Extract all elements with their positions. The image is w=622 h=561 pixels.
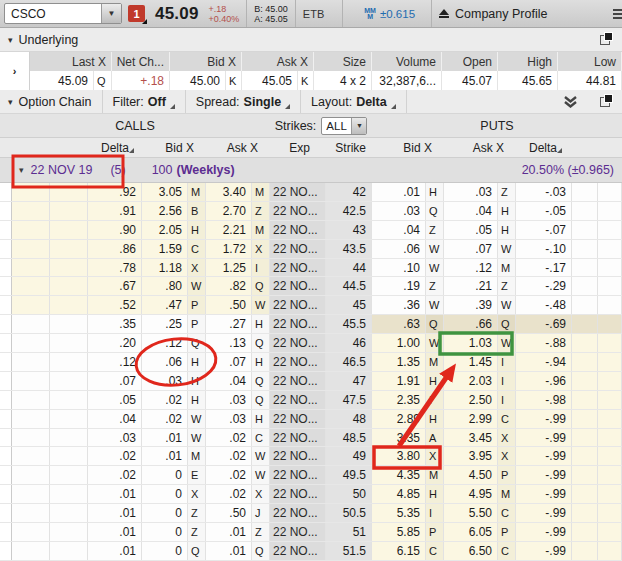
call-bid-cell[interactable]: .25	[142, 315, 188, 333]
put-ask-cell[interactable]: 6.05	[444, 523, 498, 541]
chevron-down-icon[interactable]: ▾	[19, 165, 24, 175]
detach-icon[interactable]	[600, 35, 610, 45]
call-bid-cell[interactable]: .01	[142, 447, 188, 465]
col-header-call-ask[interactable]: Ask X	[206, 138, 270, 157]
call-bid-cell[interactable]: .12	[142, 334, 188, 352]
put-delta-cell[interactable]: -.99	[516, 410, 572, 428]
call-delta-cell[interactable]: .92	[88, 183, 142, 201]
put-ask-cell[interactable]: .03	[444, 183, 498, 201]
put-bid-cell[interactable]: .10	[372, 259, 426, 277]
col-header-call-bid[interactable]: Bid X	[142, 138, 206, 157]
call-bid-cell[interactable]: 0	[142, 504, 188, 522]
call-bid-cell[interactable]: 1.18	[142, 259, 188, 277]
put-delta-cell[interactable]: -.17	[516, 259, 572, 277]
col-header-put-bid[interactable]: Bid X	[372, 138, 444, 157]
call-delta-cell[interactable]: .05	[88, 391, 142, 409]
call-bid-cell[interactable]: 0	[142, 523, 188, 541]
put-bid-cell[interactable]: .63	[372, 315, 426, 333]
call-ask-cell[interactable]: 1.72	[206, 240, 252, 258]
col-header-put-delta[interactable]: Delta	[516, 138, 572, 157]
call-ask-cell[interactable]: 1.25	[206, 259, 252, 277]
call-bid-cell[interactable]: 0	[142, 542, 188, 560]
put-bid-cell[interactable]: 2.89	[372, 410, 426, 428]
put-ask-cell[interactable]: 4.95	[444, 485, 498, 503]
put-delta-cell[interactable]: -.10	[516, 240, 572, 258]
put-ask-cell[interactable]: 6.50	[444, 542, 498, 560]
put-delta-cell[interactable]: -.99	[516, 485, 572, 503]
col-header-exp[interactable]: Exp	[270, 138, 326, 157]
put-ask-cell[interactable]: 2.50	[444, 391, 498, 409]
put-delta-cell[interactable]: -.98	[516, 391, 572, 409]
detach-icon[interactable]	[600, 97, 610, 107]
put-bid-cell[interactable]: .03	[372, 202, 426, 220]
col-header-ask[interactable]: Ask X	[242, 52, 314, 71]
put-ask-cell[interactable]: .66	[444, 315, 498, 333]
call-bid-cell[interactable]: 1.59	[142, 240, 188, 258]
put-ask-cell[interactable]: 1.45	[444, 353, 498, 371]
call-delta-cell[interactable]: .12	[88, 353, 142, 371]
call-bid-cell[interactable]: .06	[142, 353, 188, 371]
col-header-last[interactable]: Last X	[30, 52, 112, 71]
put-ask-cell[interactable]: 4.50	[444, 466, 498, 484]
call-ask-cell[interactable]: 2.21	[206, 221, 252, 239]
put-ask-cell[interactable]: 3.45	[444, 429, 498, 447]
symbol-select[interactable]: CSCO ▼	[4, 3, 122, 24]
put-delta-cell[interactable]: -.88	[516, 334, 572, 352]
put-delta-cell[interactable]: -.48	[516, 296, 572, 314]
put-delta-cell[interactable]: -.99	[516, 542, 572, 560]
put-ask-cell[interactable]: 3.95	[444, 447, 498, 465]
call-delta-cell[interactable]: .78	[88, 259, 142, 277]
put-bid-cell[interactable]: .01	[372, 183, 426, 201]
call-bid-cell[interactable]: 2.56	[142, 202, 188, 220]
call-ask-cell[interactable]: .82	[206, 277, 252, 295]
put-bid-cell[interactable]: .36	[372, 296, 426, 314]
col-header-low[interactable]: Low	[558, 52, 622, 71]
call-delta-cell[interactable]: .90	[88, 221, 142, 239]
company-profile-button[interactable]: Company Profile	[439, 7, 547, 21]
put-bid-cell[interactable]: .19	[372, 277, 426, 295]
filter-control[interactable]: Filter: Off	[102, 90, 186, 113]
put-ask-cell[interactable]: 1.03	[444, 334, 498, 352]
col-header-open[interactable]: Open	[442, 52, 498, 71]
alert-count-badge[interactable]: 1	[128, 5, 145, 22]
put-delta-cell[interactable]: -.07	[516, 221, 572, 239]
menu-icon[interactable]	[613, 9, 622, 19]
put-bid-cell[interactable]: 3.80	[372, 447, 426, 465]
strikes-select[interactable]: ALL ▼	[321, 117, 367, 135]
row-expander[interactable]: ›	[0, 52, 30, 90]
call-bid-cell[interactable]: 2.05	[142, 221, 188, 239]
col-header-high[interactable]: High	[498, 52, 558, 71]
layout-control[interactable]: Layout: Delta	[301, 90, 407, 113]
call-delta-cell[interactable]: .02	[88, 466, 142, 484]
put-delta-cell[interactable]: -.99	[516, 466, 572, 484]
call-delta-cell[interactable]: .35	[88, 315, 142, 333]
put-bid-cell[interactable]: 5.85	[372, 523, 426, 541]
market-maker-move[interactable]: MMM ±0.615	[364, 8, 415, 20]
put-ask-cell[interactable]: .04	[444, 202, 498, 220]
put-bid-cell[interactable]: 4.85	[372, 485, 426, 503]
col-header-netchange[interactable]: Net Ch...	[112, 52, 170, 71]
call-ask-cell[interactable]: .50	[206, 504, 252, 522]
call-ask-cell[interactable]: .01	[206, 523, 252, 541]
put-delta-cell[interactable]: -.05	[516, 202, 572, 220]
call-delta-cell[interactable]: .03	[88, 429, 142, 447]
call-bid-cell[interactable]: .02	[142, 391, 188, 409]
put-bid-cell[interactable]: 1.35	[372, 353, 426, 371]
col-header-strike[interactable]: Strike	[326, 138, 372, 157]
put-bid-cell[interactable]: 6.15	[372, 542, 426, 560]
col-header-volume[interactable]: Volume	[372, 52, 442, 71]
put-delta-cell[interactable]: -.69	[516, 315, 572, 333]
call-bid-cell[interactable]: 0	[142, 485, 188, 503]
call-bid-cell[interactable]: .03	[142, 372, 188, 390]
call-ask-cell[interactable]: .50	[206, 296, 252, 314]
call-ask-cell[interactable]: .02	[206, 429, 252, 447]
put-ask-cell[interactable]: .05	[444, 221, 498, 239]
call-delta-cell[interactable]: .01	[88, 485, 142, 503]
chevron-down-icon[interactable]: ▾	[8, 35, 13, 45]
put-ask-cell[interactable]: .21	[444, 277, 498, 295]
spread-control[interactable]: Spread: Single	[186, 90, 301, 113]
chevron-down-icon[interactable]: ▼	[351, 118, 366, 134]
put-delta-cell[interactable]: -.03	[516, 183, 572, 201]
call-ask-cell[interactable]: .13	[206, 334, 252, 352]
put-bid-cell[interactable]: 3.35	[372, 429, 426, 447]
